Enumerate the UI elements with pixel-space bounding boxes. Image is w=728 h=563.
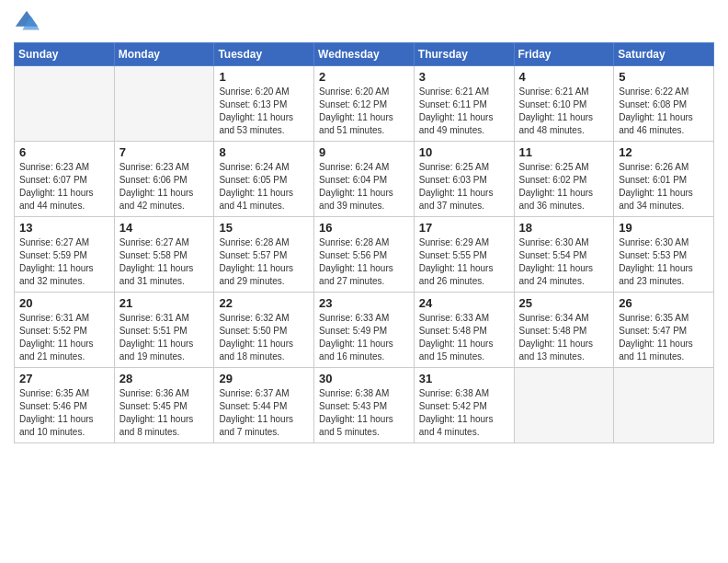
cell-info: Sunrise: 6:31 AM Sunset: 5:52 PM Dayligh… [19, 312, 109, 363]
cell-info: Sunrise: 6:27 AM Sunset: 5:59 PM Dayligh… [19, 236, 109, 288]
week-row-2: 13Sunrise: 6:27 AM Sunset: 5:59 PM Dayli… [15, 217, 714, 293]
day-number: 3 [419, 70, 509, 84]
cell-info: Sunrise: 6:38 AM Sunset: 5:43 PM Dayligh… [319, 387, 409, 439]
cell-info: Sunrise: 6:21 AM Sunset: 6:11 PM Dayligh… [419, 86, 509, 137]
day-number: 17 [419, 221, 509, 235]
calendar-cell: 5Sunrise: 6:22 AM Sunset: 6:08 PM Daylig… [614, 66, 714, 142]
calendar-table: SundayMondayTuesdayWednesdayThursdayFrid… [14, 42, 714, 443]
day-number: 12 [619, 145, 709, 159]
cell-info: Sunrise: 6:36 AM Sunset: 5:45 PM Dayligh… [119, 387, 210, 439]
day-number: 24 [419, 296, 509, 310]
cell-info: Sunrise: 6:20 AM Sunset: 6:12 PM Dayligh… [319, 86, 409, 137]
calendar-cell: 11Sunrise: 6:25 AM Sunset: 6:02 PM Dayli… [514, 142, 614, 217]
cell-info: Sunrise: 6:35 AM Sunset: 5:46 PM Dayligh… [19, 387, 109, 439]
week-row-4: 27Sunrise: 6:35 AM Sunset: 5:46 PM Dayli… [15, 368, 714, 443]
cell-info: Sunrise: 6:33 AM Sunset: 5:48 PM Dayligh… [419, 312, 509, 363]
week-row-3: 20Sunrise: 6:31 AM Sunset: 5:52 PM Dayli… [15, 293, 714, 368]
day-number: 14 [119, 221, 210, 235]
cell-info: Sunrise: 6:34 AM Sunset: 5:48 PM Dayligh… [519, 312, 609, 363]
cell-info: Sunrise: 6:26 AM Sunset: 6:01 PM Dayligh… [619, 161, 709, 213]
cell-info: Sunrise: 6:30 AM Sunset: 5:53 PM Dayligh… [619, 236, 709, 288]
day-number: 7 [119, 145, 210, 159]
cell-info: Sunrise: 6:35 AM Sunset: 5:47 PM Dayligh… [619, 312, 709, 363]
day-number: 28 [119, 372, 210, 385]
cell-info: Sunrise: 6:24 AM Sunset: 6:04 PM Dayligh… [319, 161, 409, 213]
calendar-header: SundayMondayTuesdayWednesdayThursdayFrid… [15, 43, 714, 66]
calendar-cell: 7Sunrise: 6:23 AM Sunset: 6:06 PM Daylig… [114, 142, 214, 217]
calendar-cell: 28Sunrise: 6:36 AM Sunset: 5:45 PM Dayli… [114, 368, 214, 443]
calendar-cell: 29Sunrise: 6:37 AM Sunset: 5:44 PM Dayli… [214, 368, 314, 443]
day-number: 27 [19, 372, 109, 385]
calendar-cell: 23Sunrise: 6:33 AM Sunset: 5:49 PM Dayli… [314, 293, 415, 368]
calendar-cell: 16Sunrise: 6:28 AM Sunset: 5:56 PM Dayli… [314, 217, 415, 293]
cell-info: Sunrise: 6:30 AM Sunset: 5:54 PM Dayligh… [519, 236, 609, 288]
page: SundayMondayTuesdayWednesdayThursdayFrid… [0, 0, 728, 563]
cell-info: Sunrise: 6:20 AM Sunset: 6:13 PM Dayligh… [219, 86, 309, 137]
weekday-header-monday: Monday [114, 43, 214, 66]
day-number: 18 [519, 221, 609, 235]
calendar-cell: 26Sunrise: 6:35 AM Sunset: 5:47 PM Dayli… [614, 293, 714, 368]
calendar-cell: 10Sunrise: 6:25 AM Sunset: 6:03 PM Dayli… [414, 142, 514, 217]
calendar-cell: 21Sunrise: 6:31 AM Sunset: 5:51 PM Dayli… [114, 293, 214, 368]
calendar-cell: 19Sunrise: 6:30 AM Sunset: 5:53 PM Dayli… [614, 217, 714, 293]
calendar-cell: 30Sunrise: 6:38 AM Sunset: 5:43 PM Dayli… [314, 368, 415, 443]
calendar-cell: 22Sunrise: 6:32 AM Sunset: 5:50 PM Dayli… [214, 293, 314, 368]
calendar-cell: 24Sunrise: 6:33 AM Sunset: 5:48 PM Dayli… [414, 293, 514, 368]
day-number: 4 [519, 70, 609, 84]
day-number: 29 [219, 372, 309, 385]
cell-info: Sunrise: 6:25 AM Sunset: 6:03 PM Dayligh… [419, 161, 509, 213]
weekday-header-tuesday: Tuesday [214, 43, 314, 66]
calendar-cell: 2Sunrise: 6:20 AM Sunset: 6:12 PM Daylig… [314, 66, 415, 142]
calendar-cell: 31Sunrise: 6:38 AM Sunset: 5:42 PM Dayli… [414, 368, 514, 443]
cell-info: Sunrise: 6:23 AM Sunset: 6:06 PM Dayligh… [119, 161, 210, 213]
cell-info: Sunrise: 6:29 AM Sunset: 5:55 PM Dayligh… [419, 236, 509, 288]
calendar-cell: 15Sunrise: 6:28 AM Sunset: 5:57 PM Dayli… [214, 217, 314, 293]
day-number: 6 [19, 145, 109, 159]
day-number: 15 [219, 221, 309, 235]
calendar-cell: 14Sunrise: 6:27 AM Sunset: 5:58 PM Dayli… [114, 217, 214, 293]
day-number: 31 [419, 372, 509, 385]
calendar-cell: 25Sunrise: 6:34 AM Sunset: 5:48 PM Dayli… [514, 293, 614, 368]
header [14, 9, 714, 35]
cell-info: Sunrise: 6:27 AM Sunset: 5:58 PM Dayligh… [119, 236, 210, 288]
day-number: 9 [319, 145, 409, 159]
calendar-cell [514, 368, 614, 443]
day-number: 23 [319, 296, 409, 310]
cell-info: Sunrise: 6:31 AM Sunset: 5:51 PM Dayligh… [119, 312, 210, 363]
calendar-cell: 17Sunrise: 6:29 AM Sunset: 5:55 PM Dayli… [414, 217, 514, 293]
calendar-body: 1Sunrise: 6:20 AM Sunset: 6:13 PM Daylig… [15, 66, 714, 443]
cell-info: Sunrise: 6:38 AM Sunset: 5:42 PM Dayligh… [419, 387, 509, 439]
calendar-cell: 13Sunrise: 6:27 AM Sunset: 5:59 PM Dayli… [15, 217, 115, 293]
calendar-cell: 6Sunrise: 6:23 AM Sunset: 6:07 PM Daylig… [15, 142, 115, 217]
calendar-cell: 8Sunrise: 6:24 AM Sunset: 6:05 PM Daylig… [214, 142, 314, 217]
weekday-header-wednesday: Wednesday [314, 43, 415, 66]
day-number: 8 [219, 145, 309, 159]
cell-info: Sunrise: 6:21 AM Sunset: 6:10 PM Dayligh… [519, 86, 609, 137]
logo [14, 9, 43, 35]
weekday-header-thursday: Thursday [414, 43, 514, 66]
calendar-cell [15, 66, 115, 142]
cell-info: Sunrise: 6:25 AM Sunset: 6:02 PM Dayligh… [519, 161, 609, 213]
day-number: 19 [619, 221, 709, 235]
day-number: 25 [519, 296, 609, 310]
day-number: 13 [19, 221, 109, 235]
cell-info: Sunrise: 6:22 AM Sunset: 6:08 PM Dayligh… [619, 86, 709, 137]
cell-info: Sunrise: 6:28 AM Sunset: 5:57 PM Dayligh… [219, 236, 309, 288]
day-number: 22 [219, 296, 309, 310]
day-number: 30 [319, 372, 409, 385]
day-number: 2 [319, 70, 409, 84]
weekday-header-sunday: Sunday [15, 43, 115, 66]
calendar-cell: 27Sunrise: 6:35 AM Sunset: 5:46 PM Dayli… [15, 368, 115, 443]
weekday-header-saturday: Saturday [614, 43, 714, 66]
calendar-cell: 12Sunrise: 6:26 AM Sunset: 6:01 PM Dayli… [614, 142, 714, 217]
cell-info: Sunrise: 6:24 AM Sunset: 6:05 PM Dayligh… [219, 161, 309, 213]
day-number: 21 [119, 296, 210, 310]
cell-info: Sunrise: 6:23 AM Sunset: 6:07 PM Dayligh… [19, 161, 109, 213]
calendar-cell: 18Sunrise: 6:30 AM Sunset: 5:54 PM Dayli… [514, 217, 614, 293]
day-number: 10 [419, 145, 509, 159]
week-row-1: 6Sunrise: 6:23 AM Sunset: 6:07 PM Daylig… [15, 142, 714, 217]
weekday-header-row: SundayMondayTuesdayWednesdayThursdayFrid… [15, 43, 714, 66]
calendar-cell [614, 368, 714, 443]
day-number: 26 [619, 296, 709, 310]
cell-info: Sunrise: 6:32 AM Sunset: 5:50 PM Dayligh… [219, 312, 309, 363]
